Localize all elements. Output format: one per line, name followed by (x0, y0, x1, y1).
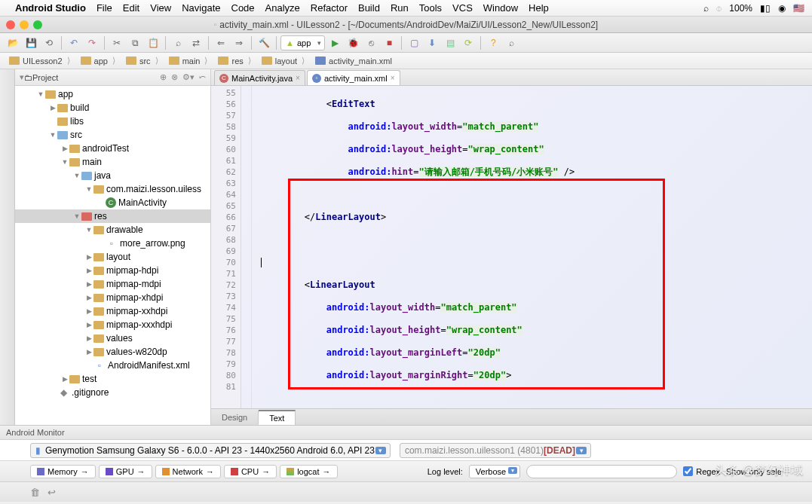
hide-icon[interactable]: ⤺ (199, 72, 206, 82)
cpu-tab[interactable]: CPU → (224, 465, 277, 478)
crumb-res[interactable]: res (213, 54, 256, 67)
captures-tab[interactable] (11, 72, 14, 425)
window-close-button[interactable] (6, 20, 15, 29)
open-icon[interactable]: 📂 (5, 35, 21, 50)
project-tree[interactable]: ▼app ▶build libs ▼src ▶androidTest ▼main… (15, 86, 210, 425)
build-icon[interactable]: 🔨 (256, 35, 272, 50)
device-selector[interactable]: ▮ Genymotion Samsung Galaxy S6 - 6.0.0 -… (30, 443, 391, 458)
forward-icon[interactable]: ⇒ (231, 35, 247, 50)
tree-res[interactable]: ▼res (15, 209, 210, 223)
tree-androidtest[interactable]: ▶androidTest (15, 142, 210, 155)
copy-icon[interactable]: ⧉ (127, 35, 143, 50)
tree-mipmap-xxxhdpi[interactable]: ▶mipmap-xxxhdpi (15, 318, 210, 331)
tree-libs[interactable]: libs (15, 115, 210, 128)
tab-activitymain[interactable]: ▫ activity_main.xml × (307, 70, 400, 85)
target-icon[interactable]: ⊗ (171, 72, 178, 82)
code-editor[interactable]: 5556575859606162636465666768697071727374… (211, 86, 812, 408)
code-content[interactable]: <EditText android:layout_width="match_pa… (252, 86, 812, 408)
trash-icon[interactable]: 🗑 (30, 487, 40, 498)
tree-mipmap-mdpi[interactable]: ▶mipmap-mdpi (15, 277, 210, 291)
search-icon[interactable]: ⌕ (503, 35, 519, 50)
menu-window[interactable]: Window (483, 2, 518, 14)
tree-test[interactable]: ▶test (15, 372, 210, 386)
close-icon[interactable]: × (296, 74, 300, 82)
tree-morearrow[interactable]: ▫more_arrow.png (15, 237, 210, 250)
crumb-file[interactable]: activity_main.xml (311, 55, 403, 67)
flag-icon[interactable]: 🇺🇸 (793, 3, 804, 14)
android-monitor-header[interactable]: Android Monitor (0, 425, 812, 440)
tree-manifest[interactable]: ▫AndroidManifest.xml (15, 359, 210, 372)
menu-view[interactable]: View (150, 2, 171, 14)
tree-main[interactable]: ▼main (15, 155, 210, 169)
monitor-icon[interactable]: ▤ (442, 35, 458, 50)
back-icon[interactable]: ⇐ (213, 35, 229, 50)
tree-app[interactable]: ▼app (15, 87, 210, 101)
replace-icon[interactable]: ⇄ (188, 35, 204, 50)
tree-package[interactable]: ▼com.maizi.lesson.uiless (15, 182, 210, 196)
menu-navigate[interactable]: Navigate (182, 2, 220, 14)
menu-analyze[interactable]: Analyze (265, 2, 300, 14)
bluetooth-icon[interactable]: ⌽ (716, 3, 722, 14)
tree-mipmap-xhdpi[interactable]: ▶mipmap-xhdpi (15, 291, 210, 304)
wifi-icon[interactable]: ◉ (778, 3, 786, 14)
tree-mipmap-hdpi[interactable]: ▶mipmap-hdpi (15, 264, 210, 277)
crumb-app[interactable]: app (76, 54, 121, 67)
cut-icon[interactable]: ✂ (109, 35, 125, 50)
process-selector[interactable]: com.maizi.lesson.uilesson1 (4801) [DEAD] (400, 443, 591, 458)
menu-vcs[interactable]: VCS (452, 2, 473, 14)
help-icon[interactable]: ? (485, 35, 501, 50)
menu-refactor[interactable]: Refactor (311, 2, 348, 14)
collapse-icon[interactable]: ⊕ (160, 72, 167, 82)
debug-icon[interactable]: 🐞 (345, 35, 361, 50)
sync-icon[interactable]: ⟳ (460, 35, 476, 50)
window-zoom-button[interactable] (33, 20, 42, 29)
paste-icon[interactable]: 📋 (145, 35, 161, 50)
tab-mainactivity[interactable]: C MainActivity.java × (214, 70, 305, 85)
window-minimize-button[interactable] (20, 20, 29, 29)
text-tab[interactable]: Text (259, 410, 296, 425)
memory-tab[interactable]: Memory → (30, 465, 96, 478)
logcat-tab[interactable]: logcat → (280, 465, 337, 478)
tree-drawable[interactable]: ▼drawable (15, 223, 210, 237)
stop-icon[interactable]: ■ (381, 35, 397, 50)
run-icon[interactable]: ▶ (326, 35, 343, 50)
tree-mainactivity[interactable]: CMainActivity (15, 196, 210, 209)
menu-file[interactable]: File (97, 2, 112, 14)
menu-code[interactable]: Code (231, 2, 255, 14)
logcat-filter-input[interactable] (526, 465, 677, 478)
refresh-icon[interactable]: ⟲ (41, 35, 57, 50)
wrap-icon[interactable]: ↩ (47, 487, 56, 498)
app-name[interactable]: Android Studio (15, 2, 86, 14)
tree-values[interactable]: ▶values (15, 331, 210, 345)
crumb-src[interactable]: src (121, 54, 164, 67)
sdk-icon[interactable]: ⬇ (424, 35, 440, 50)
menu-edit[interactable]: Edit (123, 2, 139, 14)
find-icon[interactable]: ⌕ (170, 35, 186, 50)
crumb-project[interactable]: UILesson2 (5, 54, 76, 67)
close-icon[interactable]: × (391, 74, 395, 82)
tree-build[interactable]: ▶build (15, 101, 210, 115)
crumb-layout[interactable]: layout (257, 54, 311, 67)
save-icon[interactable]: 💾 (23, 35, 39, 50)
loglevel-select[interactable]: Verbose (469, 465, 520, 478)
attach-icon[interactable]: ⎋ (363, 35, 379, 50)
menu-run[interactable]: Run (391, 2, 409, 14)
menu-build[interactable]: Build (358, 2, 380, 14)
network-tab[interactable]: Network → (155, 465, 221, 478)
run-configuration-selector[interactable]: ▲ app (280, 35, 325, 50)
tree-gitignore[interactable]: ◆.gitignore (15, 386, 210, 399)
crumb-main[interactable]: main (164, 54, 214, 67)
gpu-tab[interactable]: GPU → (99, 465, 152, 478)
tree-src[interactable]: ▼src (15, 128, 210, 142)
tree-layout[interactable]: ▶layout (15, 250, 210, 264)
design-tab[interactable]: Design (211, 411, 259, 424)
redo-icon[interactable]: ↷ (84, 35, 100, 50)
undo-icon[interactable]: ↶ (66, 35, 82, 50)
menu-help[interactable]: Help (529, 2, 549, 14)
tree-java[interactable]: ▼java (15, 169, 210, 182)
gear-icon[interactable]: ⚙▾ (182, 72, 195, 82)
tree-values-w820dp[interactable]: ▶values-w820dp (15, 345, 210, 359)
tree-mipmap-xxhdpi[interactable]: ▶mipmap-xxhdpi (15, 304, 210, 318)
spotlight-icon[interactable]: ⌕ (703, 3, 709, 14)
menu-tools[interactable]: Tools (419, 2, 442, 14)
